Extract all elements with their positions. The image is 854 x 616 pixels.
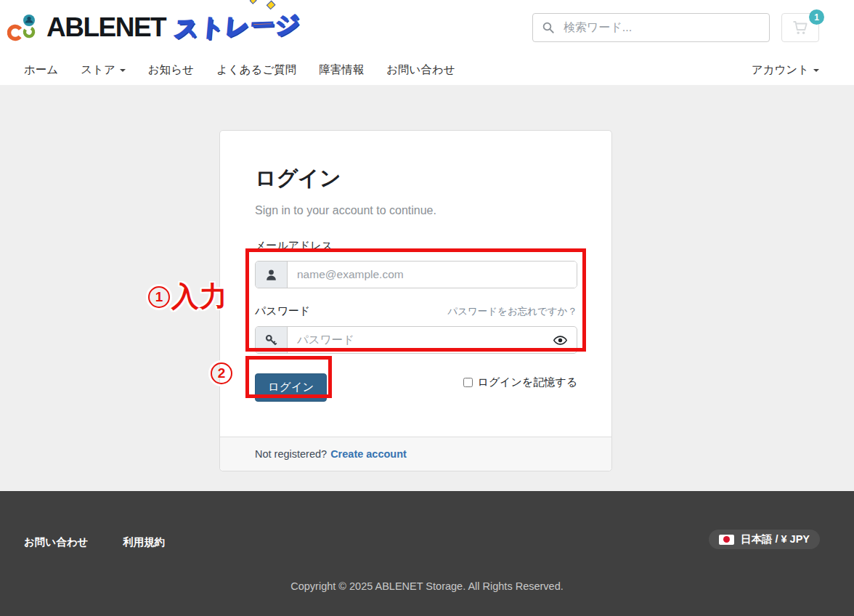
nav-item-faq[interactable]: よくあるご質問 [216,62,296,78]
nav-item-incidents[interactable]: 障害情報 [319,62,364,78]
page-title: ログイン [255,164,577,193]
nav-item-store[interactable]: ストア [81,62,126,78]
remember-me-label: ログインを記憶する [478,376,577,389]
eye-icon [553,333,568,348]
login-card-footer: Not registered?Create account [220,437,611,471]
annotation-step1: 1 入力 [148,278,228,315]
brand-name: ABLENET [46,12,166,43]
language-currency-selector[interactable]: 日本語 / ¥ JPY [709,530,820,549]
login-subtitle: Sign in to your account to continue. [255,204,577,217]
nav-item-news[interactable]: お知らせ [148,62,194,78]
brand-logo[interactable]: ABLENET ストレージ [7,12,300,44]
main-nav: ホーム ストア お知らせ よくあるご質問 障害情報 お問い合わせ アカウント [0,55,854,85]
remember-me-checkbox[interactable] [463,378,473,387]
footer-link-terms[interactable]: 利用規約 [123,535,165,549]
search-box [532,13,770,42]
step1-number-badge: 1 [148,286,170,308]
japan-flag-icon [719,535,734,545]
not-registered-text: Not registered? [255,448,327,460]
nav-item-account[interactable]: アカウント [752,62,819,78]
cart-count-badge: 1 [809,9,824,25]
nav-item-account-label: アカウント [752,63,809,76]
annotation-step2: 2 [211,362,232,384]
remember-me-option[interactable]: ログインを記憶する [463,376,577,389]
sparkle-icon [267,0,276,9]
toggle-password-visibility-button[interactable] [544,327,577,353]
brand-icon [7,13,42,42]
nav-item-home[interactable]: ホーム [24,62,58,78]
step2-number-badge: 2 [211,362,232,384]
forgot-password-link[interactable]: パスワードをお忘れですか？ [447,305,577,318]
password-label: パスワード [255,304,310,318]
search-input[interactable] [564,21,760,34]
copyright-text: Copyright © 2025 ABLENET Storage. All Ri… [0,580,854,592]
nav-item-store-label: ストア [81,63,115,76]
chevron-down-icon [120,69,126,72]
login-card: ログイン Sign in to your account to continue… [219,130,612,471]
locale-label: 日本語 / ¥ JPY [741,532,810,546]
site-footer: お問い合わせ 利用規約 日本語 / ¥ JPY Copyright © 2025… [0,491,854,616]
cart-icon [792,19,809,36]
key-icon [256,327,288,353]
sparkle-icon [250,0,257,4]
email-label: メールアドレス [255,239,577,253]
search-icon [542,21,555,34]
cart-button[interactable]: 1 [781,13,819,42]
password-input-group [255,326,577,354]
brand-subtitle: ストレージ [173,7,302,44]
step1-label: 入力 [171,278,228,315]
main-content: ログイン Sign in to your account to continue… [0,85,854,491]
create-account-link[interactable]: Create account [330,448,407,460]
footer-link-contact[interactable]: お問い合わせ [24,535,88,549]
email-input-group [255,261,577,288]
email-field[interactable] [288,262,577,288]
password-field[interactable] [288,327,544,353]
user-icon [256,262,288,288]
login-button[interactable]: ログイン [255,373,327,402]
chevron-down-icon [813,69,819,72]
site-header: ABLENET ストレージ 1 [0,0,854,55]
nav-item-contact[interactable]: お問い合わせ [386,62,455,78]
